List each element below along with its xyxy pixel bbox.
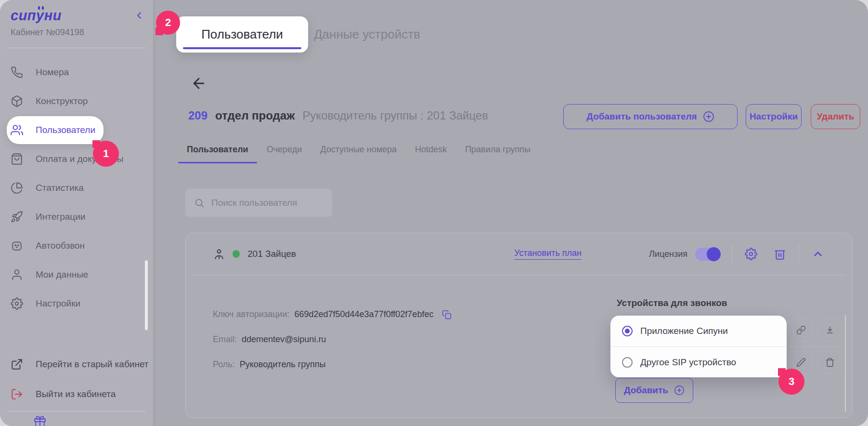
device-delete-button[interactable] [817, 351, 842, 374]
role-label: Роль: [213, 359, 235, 370]
logout-icon [11, 388, 23, 400]
sidebar-item-label: Конструктор [36, 96, 88, 106]
add-user-button[interactable]: Добавить пользователя [563, 104, 738, 129]
cabinet-number: Кабинет №094198 [11, 27, 84, 38]
set-plan-link[interactable]: Установить план [514, 248, 582, 260]
user-delete-button[interactable] [773, 247, 787, 261]
sidebar-item-label: Мои данные [36, 269, 88, 280]
user-card-header: 201 Зайцев Установить план Лицензия [186, 233, 852, 275]
card-scrollbar[interactable] [845, 315, 846, 412]
back-arrow-icon[interactable] [191, 75, 207, 92]
license-label: Лицензия [649, 249, 687, 259]
add-user-label: Добавить пользователя [586, 111, 697, 122]
radio-selected-icon[interactable] [622, 326, 633, 336]
sidebar-footer: Перейти в старый кабинет Выйти из кабине… [0, 349, 153, 426]
users-icon [11, 124, 23, 136]
subtab-label: Правила группы [465, 145, 531, 154]
sidebar-item-autodialer[interactable]: Автообзвон [0, 231, 153, 260]
user-card: 201 Зайцев Установить план Лицензия [185, 233, 853, 418]
auth-key-row: Ключ авторизации: 669d2ed7f50d44e3a77f0f… [213, 309, 452, 320]
user-search [185, 189, 332, 217]
sidebar-item-statistics[interactable]: Статистика [0, 173, 153, 202]
license-toggle[interactable] [695, 248, 720, 261]
sidebar-item-label: Номера [36, 67, 69, 78]
card-divider [193, 275, 845, 275]
sidebar: сипуни Кабинет №094198 Номера Конструкто… [0, 0, 153, 426]
group-title: 209 отдел продаж Руководитель группы : 2… [188, 109, 488, 122]
subtab-label: Hotdesk [415, 145, 447, 154]
device-option-label: Другое SIP устройство [640, 357, 736, 368]
device-link-button[interactable] [789, 319, 813, 342]
sidebar-item-users[interactable]: Пользователи [0, 116, 153, 145]
email-row: Email: ddementev@sipuni.ru [213, 334, 326, 345]
tab-users[interactable]: Пользователи [176, 16, 308, 53]
group-manager: Руководитель группы : 201 Зайцев [302, 109, 488, 122]
auth-key-value: 669d2ed7f50d44e3a77f0ff02f7ebfec [294, 309, 433, 320]
plug-prongs-icon [38, 6, 45, 10]
device-type-dropdown: Приложение Сипуни Другое SIP устройство [610, 316, 787, 377]
device-download-button[interactable] [817, 319, 842, 342]
phone-icon [11, 66, 23, 79]
trash-icon [825, 358, 835, 367]
subtab-users[interactable]: Пользователи [187, 145, 248, 163]
user-name: 201 Зайцев [247, 249, 296, 259]
app-window: сипуни Кабинет №094198 Номера Конструкто… [0, 0, 868, 426]
sidebar-item-constructor[interactable]: Конструктор [0, 87, 153, 116]
sidebar-item-settings[interactable]: Настройки [0, 289, 153, 318]
sidebar-item-numbers[interactable]: Номера [0, 58, 153, 87]
group-name: отдел продаж [215, 109, 295, 122]
group-delete-label: Удалить [817, 111, 855, 122]
sidebar-footer-label: Перейти в старый кабинет [36, 359, 149, 370]
step-badge-1: 1 [93, 141, 119, 167]
sidebar-header: сипуни [11, 7, 144, 24]
sidebar-item-integrations[interactable]: Интеграции [0, 202, 153, 231]
subtab-queues[interactable]: Очереди [267, 145, 302, 163]
device-option-other-sip[interactable]: Другое SIP устройство [610, 346, 787, 377]
step-badge-number: 1 [103, 147, 109, 160]
copy-icon[interactable] [442, 310, 452, 320]
plus-circle-icon [674, 385, 685, 396]
download-icon [825, 325, 835, 335]
tab-device-data[interactable]: Данные устройств [314, 16, 420, 53]
subtab-group-rules[interactable]: Правила группы [465, 145, 531, 163]
search-input[interactable] [211, 198, 324, 208]
user-settings-button[interactable] [744, 247, 758, 261]
sidebar-collapse-icon[interactable] [134, 10, 144, 21]
subtab-label: Пользователи [187, 145, 248, 154]
sidebar-item-logout[interactable]: Выйти из кабинета [0, 379, 153, 409]
group-subtabs: Пользователи Очереди Доступные номера Ho… [187, 145, 531, 163]
role-value: Руководитель группы [240, 359, 326, 370]
sidebar-item-payments[interactable]: Оплата и документы [0, 145, 153, 173]
device-option-sipuni-app[interactable]: Приложение Сипуни [610, 316, 787, 346]
add-device-button[interactable]: Добавить [615, 378, 693, 403]
trash-icon [774, 248, 786, 260]
toggle-knob [707, 247, 721, 261]
brand-logo: сипуни [11, 8, 62, 24]
chevron-up-icon [812, 248, 824, 260]
brand-logo-text: сипуни [11, 8, 62, 23]
sidebar-divider [7, 48, 146, 48]
sidebar-item-label: Автообзвон [36, 240, 85, 251]
group-settings-button[interactable]: Настройки [746, 104, 802, 129]
gear-icon [11, 297, 23, 310]
radio-unselected-icon[interactable] [622, 357, 633, 368]
external-link-icon [11, 358, 23, 371]
pencil-icon [796, 358, 806, 367]
sidebar-nav: Номера Конструктор Пользователи Оплата и… [0, 58, 153, 318]
tab-users-label: Пользователи [201, 27, 283, 42]
add-device-label: Добавить [624, 385, 668, 396]
subtab-hotdesk[interactable]: Hotdesk [415, 145, 447, 163]
sidebar-item-label: Настройки [36, 298, 80, 309]
sidebar-scrollbar[interactable] [145, 260, 148, 330]
auth-key-label: Ключ авторизации: [213, 309, 289, 320]
device-rows-divider [787, 346, 842, 346]
group-delete-button[interactable]: Удалить [811, 104, 860, 129]
device-option-label: Приложение Сипуни [640, 326, 728, 336]
collapse-card-button[interactable] [811, 247, 825, 261]
sidebar-item-label: Интеграции [36, 212, 85, 222]
subtab-label: Очереди [267, 145, 302, 154]
sidebar-item-my-data[interactable]: Мои данные [0, 260, 153, 289]
sidebar-item-old-cabinet[interactable]: Перейти в старый кабинет [0, 349, 153, 379]
shopping-bag-icon [11, 153, 23, 165]
subtab-available-numbers[interactable]: Доступные номера [320, 145, 397, 163]
